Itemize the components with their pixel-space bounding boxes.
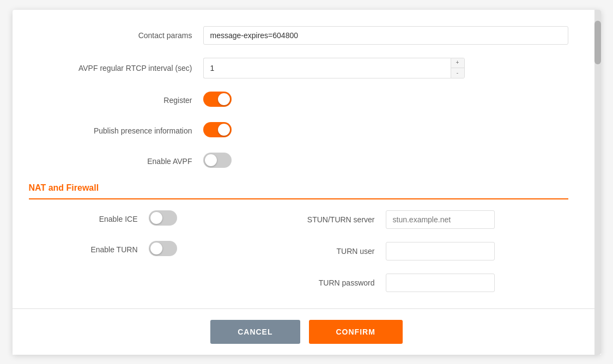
enable-turn-toggle-thumb — [150, 242, 162, 254]
avpf-increment-button[interactable]: + — [451, 58, 464, 68]
enable-avpf-toggle-track — [203, 153, 232, 168]
register-row: Register — [29, 92, 568, 109]
nat-left-column: Enable ICE Enable TURN — [29, 210, 299, 292]
contact-params-input[interactable] — [203, 26, 568, 45]
contact-params-row: Contact params — [29, 26, 568, 45]
contact-params-control — [203, 26, 568, 45]
avpf-interval-input[interactable] — [203, 58, 451, 78]
publish-presence-toggle-thumb — [218, 124, 230, 136]
enable-avpf-toggle[interactable] — [203, 153, 232, 168]
nat-right-column: STUN/TURN server TURN user TURN password — [299, 210, 568, 292]
turn-user-input[interactable] — [386, 242, 495, 260]
enable-avpf-toggle-wrap — [203, 153, 568, 170]
avpf-interval-label: AVPF regular RTCP interval (sec) — [29, 64, 203, 72]
publish-presence-row: Publish presence information — [29, 122, 568, 139]
stun-turn-control — [386, 210, 495, 229]
publish-presence-toggle[interactable] — [203, 122, 232, 137]
form-content: Contact params AVPF regular RTCP interva… — [13, 10, 601, 308]
cancel-button[interactable]: CANCEL — [210, 320, 300, 344]
publish-presence-toggle-wrap — [203, 122, 568, 139]
enable-ice-toggle-track — [149, 210, 177, 226]
enable-ice-row: Enable ICE — [29, 210, 299, 228]
avpf-interval-control: + - — [203, 58, 568, 78]
enable-ice-toggle-thumb — [150, 212, 162, 224]
dialog-footer: CANCEL CONFIRM — [13, 308, 601, 355]
turn-password-row: TURN password — [299, 274, 568, 292]
turn-password-control — [386, 274, 495, 292]
avpf-decrement-button[interactable]: - — [451, 68, 464, 78]
nat-section-title: NAT and Firewall — [29, 183, 99, 192]
turn-password-label: TURN password — [299, 278, 386, 287]
scrollbar-thumb[interactable] — [594, 21, 601, 64]
avpf-spinner-buttons: + - — [451, 58, 465, 78]
enable-avpf-toggle-thumb — [205, 154, 217, 166]
register-toggle-thumb — [218, 93, 230, 105]
enable-ice-label: Enable ICE — [29, 215, 149, 223]
register-toggle[interactable] — [203, 92, 232, 107]
contact-params-label: Contact params — [29, 31, 203, 40]
publish-presence-toggle-track — [203, 122, 232, 137]
nat-grid: Enable ICE Enable TURN — [29, 210, 568, 292]
enable-turn-toggle-track — [149, 241, 177, 256]
enable-turn-label: Enable TURN — [29, 245, 149, 254]
enable-turn-toggle[interactable] — [149, 241, 177, 256]
register-toggle-wrap — [203, 92, 568, 109]
nat-section-header: NAT and Firewall — [29, 183, 568, 199]
enable-avpf-row: Enable AVPF — [29, 153, 568, 170]
turn-user-control — [386, 242, 495, 260]
dialog: Contact params AVPF regular RTCP interva… — [13, 10, 601, 355]
register-label: Register — [29, 96, 203, 105]
turn-password-input[interactable] — [386, 274, 495, 292]
avpf-interval-row: AVPF regular RTCP interval (sec) + - — [29, 58, 568, 78]
stun-turn-label: STUN/TURN server — [299, 215, 386, 224]
enable-turn-row: Enable TURN — [29, 241, 299, 258]
enable-avpf-label: Enable AVPF — [29, 157, 203, 166]
enable-ice-toggle-wrap — [149, 210, 299, 228]
enable-turn-toggle-wrap — [149, 241, 299, 258]
stun-turn-row: STUN/TURN server — [299, 210, 568, 229]
publish-presence-label: Publish presence information — [29, 126, 203, 135]
confirm-button[interactable]: CONFIRM — [309, 320, 403, 344]
stun-turn-input[interactable] — [386, 210, 495, 229]
turn-user-row: TURN user — [299, 242, 568, 260]
register-toggle-track — [203, 92, 232, 107]
turn-user-label: TURN user — [299, 247, 386, 256]
enable-ice-toggle[interactable] — [149, 210, 177, 226]
